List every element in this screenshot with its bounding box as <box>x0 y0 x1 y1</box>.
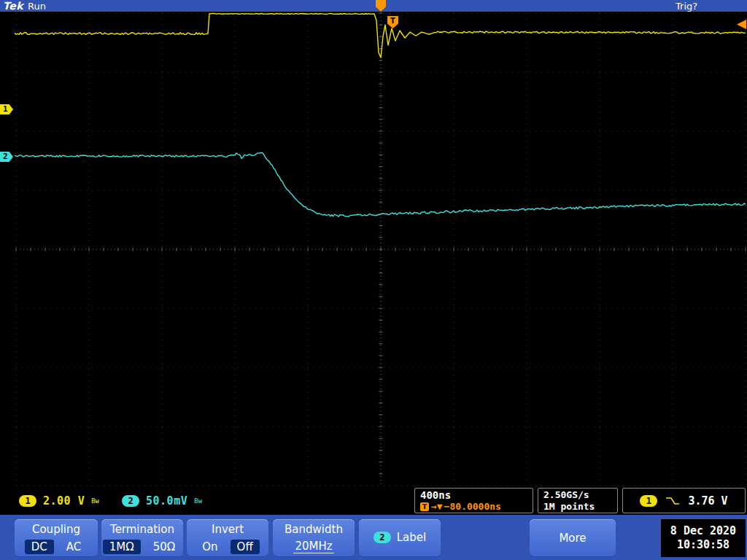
softkey-menu-bar: Coupling DC AC Termination 1MΩ 50Ω Inver… <box>0 515 747 560</box>
invert-option-on[interactable]: On <box>196 540 224 554</box>
coupling-button[interactable]: Coupling DC AC <box>15 519 98 557</box>
trigger-delay-arrows-icon: →▼ <box>431 501 443 513</box>
ch2-scale-readout: 50.0mV <box>146 494 187 508</box>
date-display: 8 Dec 2020 <box>661 524 746 538</box>
label-row: 2 Label <box>359 519 441 544</box>
termination-button[interactable]: Termination 1MΩ 50Ω <box>101 519 183 557</box>
trigger-readout: 1 3.76 V <box>622 488 746 513</box>
bandwidth-value: 20MHz <box>293 540 333 553</box>
termination-option-50ohm[interactable]: 50Ω <box>147 540 182 554</box>
waveform-display: 1 2 T <box>0 12 747 487</box>
bandwidth-button[interactable]: Bandwidth 20MHz <box>273 519 355 557</box>
more-text: More <box>530 519 616 545</box>
time-display: 10:30:58 <box>661 538 746 552</box>
termination-title: Termination <box>101 523 183 536</box>
channel-readouts: 1 2.00 V Bw 2 50.0mV Bw <box>19 494 202 508</box>
timebase-scale: 400ns <box>420 489 527 501</box>
bandwidth-title: Bandwidth <box>273 523 355 536</box>
sample-rate: 2.50GS/s <box>543 489 612 501</box>
record-length: 1M points <box>543 501 612 513</box>
top-bar: Tek Run Trig? <box>0 0 747 12</box>
trigger-delay-readout: T →▼ −80.0000ns <box>420 501 527 513</box>
ch1-scale-readout: 2.00 V <box>43 494 85 508</box>
timebase-readout: 400ns T →▼ −80.0000ns <box>414 488 533 513</box>
termination-option-1mohm[interactable]: 1MΩ <box>103 540 141 554</box>
status-bar: 1 2.00 V Bw 2 50.0mV Bw 400ns T →▼ −80.0… <box>0 487 747 515</box>
trigger-delay-value: −80.0000ns <box>444 501 501 513</box>
invert-options: On Off <box>187 540 268 554</box>
coupling-option-dc[interactable]: DC <box>25 540 54 554</box>
acquisition-status: Run <box>28 1 46 12</box>
termination-options: 1MΩ 50Ω <box>101 540 183 554</box>
invert-option-off[interactable]: Off <box>231 540 260 554</box>
invert-button[interactable]: Invert On Off <box>187 519 268 557</box>
coupling-option-ac[interactable]: AC <box>60 540 88 554</box>
oscilloscope-screen: Tek Run Trig? 1 2 T 1 2.00 V Bw 2 50.0mV… <box>0 0 747 560</box>
more-button[interactable]: More <box>530 519 616 557</box>
coupling-options: DC AC <box>15 540 98 554</box>
trigger-source-badge: 1 <box>640 495 657 507</box>
ch2-bandwidth-limit-icon: Bw <box>194 497 202 505</box>
tek-logo: Tek <box>3 0 23 12</box>
ch1-badge: 1 <box>19 495 36 507</box>
label-channel-badge: 2 <box>374 532 391 543</box>
coupling-title: Coupling <box>15 523 98 536</box>
ch2-readout-group: 2 50.0mV Bw <box>122 494 202 508</box>
ch2-badge: 2 <box>122 495 139 507</box>
invert-title: Invert <box>187 523 268 536</box>
label-button[interactable]: 2 Label <box>359 519 441 557</box>
acquisition-readout: 2.50GS/s 1M points <box>538 488 618 513</box>
waveform-traces <box>0 12 747 487</box>
trigger-level-readout: 3.76 V <box>688 494 727 508</box>
falling-edge-slope-icon <box>665 496 680 506</box>
trigger-t-icon: T <box>420 502 429 511</box>
label-text: Label <box>397 531 426 544</box>
ch1-bandwidth-limit-icon: Bw <box>91 497 99 505</box>
trigger-readiness-status: Trig? <box>676 1 697 12</box>
datetime-panel: 8 Dec 2020 10:30:58 <box>661 519 746 557</box>
trigger-position-marker[interactable] <box>376 0 386 12</box>
